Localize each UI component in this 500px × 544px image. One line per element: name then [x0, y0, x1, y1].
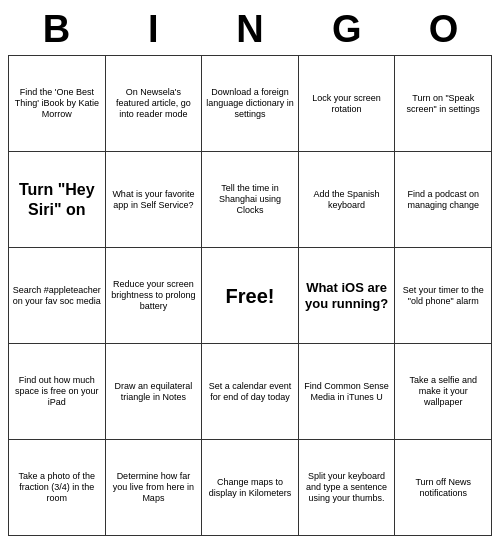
bingo-cell-11: Reduce your screen brightness to prolong… [106, 248, 203, 344]
bingo-cell-23: Split your keyboard and type a sentence … [299, 440, 396, 536]
bingo-cell-6: What is your favorite app in Self Servic… [106, 152, 203, 248]
bingo-cell-12: Free! [202, 248, 299, 344]
bingo-cell-24: Turn off News notifications [395, 440, 492, 536]
bingo-cell-3: Lock your screen rotation [299, 56, 396, 152]
bingo-cell-21: Determine how far you live from here in … [106, 440, 203, 536]
bingo-cell-18: Find Common Sense Media in iTunes U [299, 344, 396, 440]
bingo-cell-20: Take a photo of the fraction (3/4) in th… [9, 440, 106, 536]
bingo-cell-10: Search #appleteacher on your fav soc med… [9, 248, 106, 344]
bingo-cell-15: Find out how much space is free on your … [9, 344, 106, 440]
title-b: B [8, 8, 105, 51]
bingo-cell-4: Turn on "Speak screen" in settings [395, 56, 492, 152]
bingo-cell-1: On Newsela's featured article, go into r… [106, 56, 203, 152]
bingo-cell-9: Find a podcast on managing change [395, 152, 492, 248]
bingo-grid: Find the 'One Best Thing' iBook by Katie… [8, 55, 492, 536]
title-n: N [202, 8, 299, 51]
title-g: G [298, 8, 395, 51]
bingo-cell-7: Tell the time in Shanghai using Clocks [202, 152, 299, 248]
bingo-cell-16: Draw an equilateral triangle in Notes [106, 344, 203, 440]
bingo-cell-5: Turn "Hey Siri" on [9, 152, 106, 248]
bingo-cell-13: What iOS are you running? [299, 248, 396, 344]
bingo-cell-8: Add the Spanish keyboard [299, 152, 396, 248]
bingo-title: B I N G O [8, 8, 492, 51]
bingo-cell-19: Take a selfie and make it your wallpaper [395, 344, 492, 440]
bingo-cell-14: Set your timer to the "old phone" alarm [395, 248, 492, 344]
title-i: I [105, 8, 202, 51]
title-o: O [395, 8, 492, 51]
bingo-cell-2: Download a foreign language dictionary i… [202, 56, 299, 152]
bingo-cell-22: Change maps to display in Kilometers [202, 440, 299, 536]
bingo-cell-0: Find the 'One Best Thing' iBook by Katie… [9, 56, 106, 152]
bingo-cell-17: Set a calendar event for end of day toda… [202, 344, 299, 440]
